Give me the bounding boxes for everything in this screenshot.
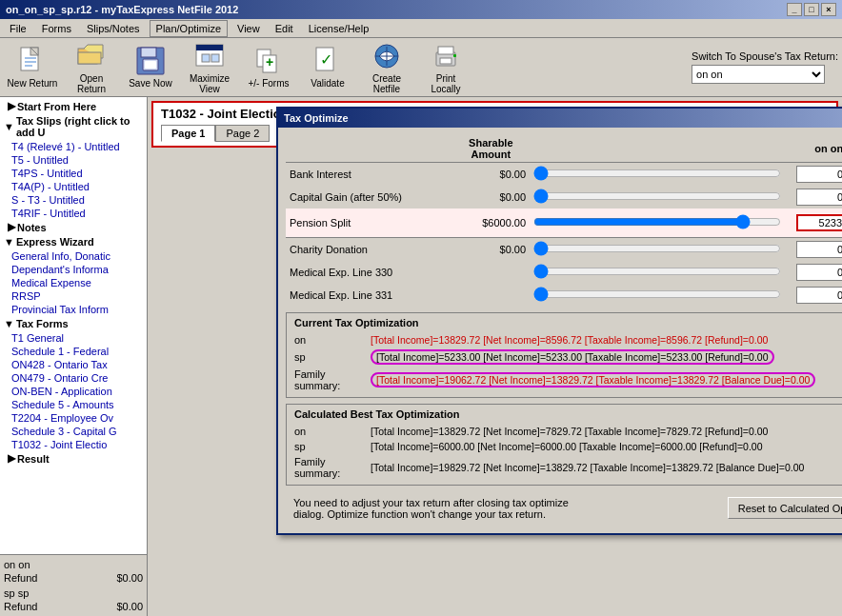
- toolbar-validate-label: Validate: [311, 78, 344, 89]
- sidebar-sp-refund-amount: $0.00: [116, 601, 143, 612]
- sidebar-on479[interactable]: ON479 - Ontario Cre: [0, 371, 147, 385]
- capital-gain-slider[interactable]: [533, 189, 781, 204]
- sidebar-medical-expense[interactable]: Medical Expense: [0, 276, 147, 289]
- sidebar-express-wizard-section[interactable]: ▼ Express Wizard: [0, 234, 147, 249]
- current-sp-label: sp: [294, 351, 371, 363]
- validate-icon: ✓: [312, 46, 343, 76]
- reset-to-calculated-button[interactable]: Reset to Calculated Optimization: [728, 497, 842, 519]
- medical-330-slider[interactable]: [533, 264, 781, 279]
- table-row: Medical Exp. Line 331: [286, 284, 842, 307]
- svg-rect-4: [25, 61, 36, 63]
- sidebar-t3[interactable]: S - T3 - Untitled: [0, 193, 147, 207]
- table-row: Bank Interest $0.00: [286, 163, 842, 187]
- medical-330-on-input[interactable]: [796, 264, 842, 281]
- sidebar-express-wizard-label: Express Wizard: [16, 236, 94, 248]
- switch-dropdown[interactable]: on on sp sp: [692, 65, 825, 84]
- sidebar-provincial-tax[interactable]: Provincial Tax Inform: [0, 303, 147, 316]
- sidebar-t4ps[interactable]: T4PS - Untitled: [0, 167, 147, 180]
- minimize-btn[interactable]: _: [787, 3, 802, 16]
- calculated-on-text: [Total Income]=13829.72 [Net Income]=782…: [371, 426, 842, 437]
- sidebar-on-ben[interactable]: ON-BEN - Application: [0, 385, 147, 398]
- row-capital-gain-amount: $0.00: [452, 186, 530, 209]
- sidebar-tax-forms-section[interactable]: ▼ Tax Forms: [0, 316, 147, 331]
- bank-interest-slider[interactable]: [533, 166, 781, 181]
- menu-license-help[interactable]: License/Help: [303, 21, 375, 36]
- menu-edit[interactable]: Edit: [270, 21, 299, 36]
- sidebar-schedule1[interactable]: Schedule 1 - Federal: [0, 345, 147, 358]
- sidebar-result[interactable]: ▶ Result: [0, 451, 147, 466]
- toolbar-validate[interactable]: ✓ Validate: [299, 41, 356, 94]
- toolbar-new-return[interactable]: New Return: [4, 41, 61, 94]
- charity-slider[interactable]: [533, 241, 781, 256]
- menu-slips-notes[interactable]: Slips/Notes: [81, 21, 146, 36]
- toolbar-create-netfile-label: Create Netfile: [361, 73, 412, 94]
- row-pension-split-slider-cell: [530, 209, 785, 238]
- toolbar-print-locally[interactable]: Print Locally: [417, 41, 474, 94]
- sidebar-t4ap[interactable]: T4A(P) - Untitled: [0, 180, 147, 193]
- toolbar-create-netfile[interactable]: Create Netfile: [358, 41, 415, 94]
- sidebar-schedule5[interactable]: Schedule 5 - Amounts: [0, 398, 147, 411]
- menu-plan-optimize[interactable]: Plan/Optimize: [150, 20, 228, 37]
- calculated-sp-label: sp: [294, 441, 371, 452]
- col-header-slider: [530, 135, 785, 163]
- table-row: Capital Gain (after 50%) $0.00: [286, 186, 842, 209]
- capital-gain-on-input[interactable]: [796, 189, 842, 206]
- menu-view[interactable]: View: [231, 21, 266, 36]
- calculated-sp-row: sp [Total Income]=6000.00 [Net Income]=6…: [294, 439, 842, 454]
- calculated-optimization-section: Calculated Best Tax Optimization on [Tot…: [286, 404, 842, 486]
- sidebar-on428[interactable]: ON428 - Ontario Tax: [0, 358, 147, 371]
- sidebar-dependant[interactable]: Dependant's Informa: [0, 263, 147, 276]
- calculated-family-text: [Total Income]=19829.72 [Net Income]=138…: [371, 462, 842, 473]
- restore-btn[interactable]: □: [804, 3, 819, 16]
- sidebar-t5[interactable]: T5 - Untitled: [0, 153, 147, 167]
- table-row: Charity Donation $0.00: [286, 238, 842, 262]
- plus-minus-forms-icon: +: [253, 46, 284, 76]
- col-header-on: on on: [785, 135, 842, 163]
- row-pension-split-amount: $6000.00: [452, 209, 530, 238]
- t1032-tab2[interactable]: Page 2: [215, 125, 270, 142]
- new-return-icon: [17, 46, 48, 76]
- current-family-text: [Total Income]=19062.72 [Net Income]=138…: [371, 372, 842, 387]
- row-pension-split-label: Pension Split: [286, 209, 452, 238]
- row-pension-split-on: [785, 209, 842, 238]
- current-sp-row: sp [Total Income]=5233.00 [Net Income]=5…: [294, 348, 842, 367]
- current-on-text: [Total Income]=13829.72 [Net Income]=859…: [371, 334, 842, 346]
- sidebar-start-from-here[interactable]: ▶ Start From Here: [0, 99, 147, 113]
- sidebar-general-info[interactable]: General Info, Donatic: [0, 249, 147, 263]
- pension-split-on-input[interactable]: [796, 214, 842, 231]
- row-bank-interest-amount: $0.00: [452, 163, 530, 187]
- dialog-title: Tax Optimize: [284, 112, 349, 124]
- toolbar-plus-minus-forms[interactable]: + +/- Forms: [240, 41, 297, 94]
- menu-file[interactable]: File: [4, 21, 32, 36]
- t1032-tab1[interactable]: Page 1: [161, 125, 215, 142]
- sidebar-schedule3[interactable]: Schedule 3 - Capital G: [0, 425, 147, 438]
- sidebar-t4rif[interactable]: T4RIF - Untitled: [0, 207, 147, 220]
- menu-bar: File Forms Slips/Notes Plan/Optimize Vie…: [0, 19, 842, 38]
- sidebar-t4[interactable]: T4 (Relevé 1) - Untitled: [0, 140, 147, 153]
- sidebar-rrsp[interactable]: RRSP: [0, 289, 147, 303]
- sidebar-t2204[interactable]: T2204 - Employee Ov: [0, 411, 147, 425]
- sidebar-t1032[interactable]: T1032 - Joint Electio: [0, 438, 147, 451]
- optimize-table: Sharable Amount on on sp sp Bank Interes…: [286, 135, 842, 307]
- medical-331-on-input[interactable]: [796, 287, 842, 304]
- sidebar-refund-amount: $0.00: [116, 572, 143, 584]
- toolbar-open-return[interactable]: Open Return: [63, 41, 120, 94]
- close-btn[interactable]: ×: [821, 3, 836, 16]
- sidebar-tax-slips-section[interactable]: ▼ Tax Slips (right click to add U: [0, 113, 147, 140]
- sidebar-sp-refund-label: Refund: [4, 601, 37, 612]
- current-family-row: Family summary: [Total Income]=19062.72 …: [294, 367, 842, 393]
- sidebar-t1-general[interactable]: T1 General: [0, 331, 147, 345]
- pension-split-slider[interactable]: [533, 214, 781, 229]
- sidebar-notes[interactable]: ▶ Notes: [0, 220, 147, 234]
- sidebar-notes-label: Notes: [17, 222, 47, 233]
- menu-forms[interactable]: Forms: [36, 21, 77, 36]
- svg-rect-27: [453, 54, 456, 57]
- toolbar-save-now[interactable]: Save Now: [122, 41, 179, 94]
- bank-interest-on-input[interactable]: [796, 166, 842, 183]
- medical-331-slider[interactable]: [533, 287, 781, 302]
- calculated-family-label: Family summary:: [294, 456, 371, 479]
- charity-on-input[interactable]: [796, 241, 842, 258]
- toolbar-maximize-view[interactable]: Maximize View: [181, 41, 238, 94]
- calculated-on-label: on: [294, 426, 371, 437]
- row-medical-331-on: [785, 284, 842, 307]
